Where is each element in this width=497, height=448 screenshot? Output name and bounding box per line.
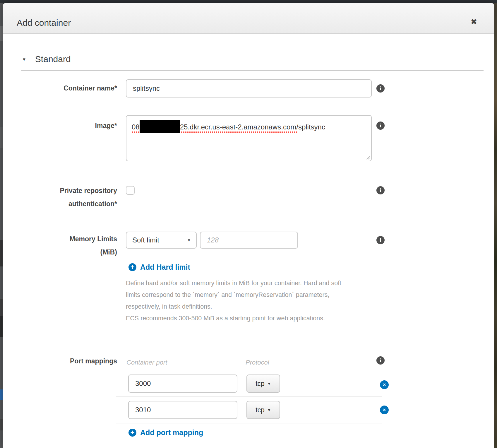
delete-port-mapping-icon[interactable]: ✕ bbox=[380, 380, 389, 389]
plus-icon: + bbox=[128, 429, 136, 437]
private-repo-auth-label-line1: Private repository bbox=[3, 184, 117, 197]
memory-limits-label-line1: Memory Limits bbox=[3, 232, 117, 246]
background-artifact bbox=[0, 389, 3, 400]
memory-help-line: respectively, in task definitions. bbox=[126, 301, 341, 312]
private-repo-auth-checkbox[interactable] bbox=[126, 186, 135, 195]
image-value-prefix: 08 bbox=[132, 123, 140, 131]
image-label: Image* bbox=[3, 119, 117, 132]
background-page-strip bbox=[0, 3, 3, 448]
dialog-header: Add container ✖ bbox=[3, 3, 494, 34]
memory-limit-value-input[interactable] bbox=[200, 232, 298, 249]
protocol-value: tcp bbox=[256, 406, 265, 414]
info-icon[interactable]: i bbox=[376, 186, 385, 194]
resize-handle-icon[interactable] bbox=[365, 155, 370, 160]
image-textarea[interactable]: 0825.dkr.ecr.us-east-2.amazonaws.com/spl… bbox=[126, 115, 372, 161]
add-hard-limit-label: Add Hard limit bbox=[140, 263, 190, 271]
private-repo-auth-label-line2: authentication* bbox=[3, 197, 117, 211]
info-icon[interactable]: i bbox=[376, 84, 385, 93]
memory-help-line: ECS recommends 300-500 MiB as a starting… bbox=[126, 312, 341, 324]
delete-port-mapping-icon[interactable]: ✕ bbox=[380, 406, 389, 414]
container-port-input[interactable] bbox=[128, 375, 237, 393]
plus-icon: + bbox=[128, 263, 136, 271]
protocol-column-header: Protocol bbox=[246, 359, 269, 366]
port-row-divider bbox=[116, 423, 382, 423]
caret-down-icon: ▼ bbox=[187, 238, 191, 242]
protocol-value: tcp bbox=[256, 380, 265, 388]
container-name-input[interactable] bbox=[126, 79, 372, 98]
section-title: Standard bbox=[35, 54, 71, 64]
memory-help-line: limits correspond to the `memory` and `m… bbox=[126, 289, 341, 301]
dialog-title: Add container bbox=[17, 18, 71, 28]
caret-down-icon: ▼ bbox=[267, 408, 271, 412]
background-artifact bbox=[0, 419, 3, 430]
image-value: 0825.dkr.ecr.us-east-2.amazonaws.com/ bbox=[132, 123, 298, 133]
background-artifact bbox=[0, 240, 3, 266]
add-hard-limit-link[interactable]: + Add Hard limit bbox=[128, 263, 190, 271]
container-port-input[interactable] bbox=[128, 401, 237, 419]
memory-limits-label: Memory Limits (MiB) bbox=[3, 232, 117, 259]
protocol-select[interactable]: tcp ▼ bbox=[246, 401, 280, 419]
memory-help-line: Define hard and/or soft memory limits in… bbox=[126, 277, 341, 289]
port-mappings-label: Port mappings bbox=[3, 357, 117, 365]
background-artifact bbox=[0, 26, 3, 41]
add-port-mapping-link[interactable]: + Add port mapping bbox=[128, 428, 203, 437]
section-standard-toggle[interactable]: ▼ Standard bbox=[22, 54, 71, 64]
protocol-select[interactable]: tcp ▼ bbox=[246, 375, 280, 393]
chevron-down-icon: ▼ bbox=[22, 57, 26, 62]
section-divider bbox=[21, 70, 484, 71]
desktop-edge-strip bbox=[494, 3, 497, 448]
info-icon[interactable]: i bbox=[376, 356, 385, 365]
memory-limit-type-select[interactable]: Soft limit ▼ bbox=[126, 232, 197, 249]
container-name-label: Container name* bbox=[3, 82, 117, 95]
image-value-mid: 25.dkr.ecr.us-east-2.amazonaws.com/ bbox=[180, 123, 298, 131]
close-icon[interactable]: ✖ bbox=[469, 17, 479, 27]
background-artifact bbox=[0, 299, 3, 316]
image-value-end: splitsync bbox=[298, 123, 325, 131]
private-repo-auth-label: Private repository authentication* bbox=[3, 184, 117, 211]
add-port-mapping-label: Add port mapping bbox=[140, 428, 203, 437]
browser-top-bar bbox=[0, 0, 497, 3]
background-artifact bbox=[0, 316, 3, 337]
port-row-divider bbox=[116, 396, 382, 397]
info-icon[interactable]: i bbox=[376, 236, 385, 244]
memory-help-text: Define hard and/or soft memory limits in… bbox=[126, 277, 341, 324]
container-port-column-header: Container port bbox=[126, 359, 167, 366]
caret-down-icon: ▼ bbox=[267, 382, 271, 386]
memory-limits-label-line2: (MiB) bbox=[3, 246, 117, 259]
background-artifact bbox=[0, 127, 3, 148]
redaction-box bbox=[140, 120, 180, 133]
memory-limit-type-value: Soft limit bbox=[132, 236, 159, 244]
info-icon[interactable]: i bbox=[376, 122, 385, 130]
add-container-dialog: Add container ✖ ▼ Standard Container nam… bbox=[3, 3, 494, 448]
